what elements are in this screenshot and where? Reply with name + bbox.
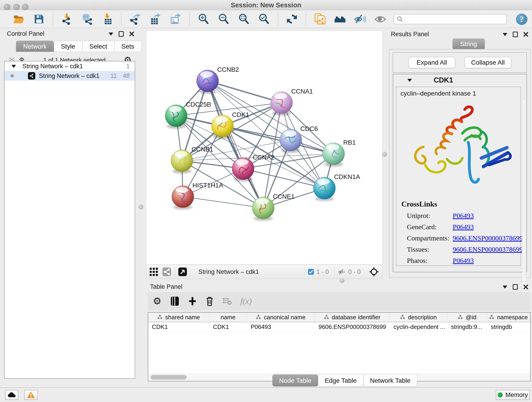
export-network-icon xyxy=(129,13,141,25)
tab-style[interactable]: Style xyxy=(54,41,82,52)
open-session-button[interactable] xyxy=(12,12,25,26)
right-splitter[interactable] xyxy=(382,28,387,279)
splitter-grip[interactable] xyxy=(382,152,387,157)
tab-select[interactable]: Select xyxy=(82,41,114,52)
import-network-from-database-button[interactable] xyxy=(80,12,94,26)
window-zoom-button[interactable] xyxy=(22,4,28,10)
crosslink-value-link[interactable]: P06493 xyxy=(453,257,474,264)
table-panel-title: Table Panel xyxy=(150,283,182,290)
memory-button[interactable]: Memory xyxy=(496,390,530,400)
node-label-RB1: RB1 xyxy=(343,139,355,146)
network-collection-row[interactable]: String Network – cdk1 1 xyxy=(5,61,135,71)
open-view-icon[interactable] xyxy=(178,267,187,276)
column-header-name[interactable]: name xyxy=(209,313,247,322)
refresh-layout-button[interactable] xyxy=(285,12,298,26)
table-cell[interactable]: 9606.ENSP00000378699 xyxy=(315,322,390,332)
hidden-count: 0 - 0 xyxy=(348,268,361,275)
control-panel-float-icon[interactable] xyxy=(119,31,124,37)
collapse-all-button[interactable]: Collapse All xyxy=(464,57,511,68)
tab-node-table[interactable]: Node Table xyxy=(272,375,318,386)
show-eye-button[interactable] xyxy=(374,12,387,26)
table-options-gear-icon[interactable]: ⚙ xyxy=(153,296,162,306)
table-panel-float-icon[interactable] xyxy=(513,284,518,290)
network-row-selected[interactable]: String Network – cdk1 11 48 xyxy=(5,71,135,81)
cdk1-entry-header[interactable]: CDK1 xyxy=(393,74,526,86)
delete-table-icon[interactable] xyxy=(222,297,232,305)
string-settings-icon[interactable] xyxy=(162,267,171,276)
tab-string-results[interactable]: String xyxy=(452,38,485,50)
table-cell[interactable]: cyclin-dependent ... xyxy=(390,322,447,332)
search-input[interactable] xyxy=(405,16,506,23)
table-cell[interactable]: CDK1 xyxy=(209,322,247,332)
splitter-grip[interactable] xyxy=(138,204,143,210)
delete-trash-icon[interactable] xyxy=(206,296,214,306)
crosslink-value-link[interactable]: P06493 xyxy=(453,223,474,231)
control-panel-menu-icon[interactable] xyxy=(109,32,113,36)
cloud-status-button[interactable] xyxy=(5,390,18,400)
collection-count: 1 xyxy=(126,63,130,70)
table-cell[interactable]: CDK1 xyxy=(148,322,209,332)
zoom-fit-button[interactable] xyxy=(237,12,250,26)
table-cell[interactable]: stringdb xyxy=(487,322,530,332)
help-button[interactable]: ? xyxy=(516,13,527,25)
crosslink-value-link[interactable]: P06493 xyxy=(453,212,474,220)
export-network-button[interactable] xyxy=(128,12,142,26)
window-minimize-button[interactable] xyxy=(13,4,20,10)
export-table-button[interactable] xyxy=(149,12,162,26)
edge-HIST1H1A-CCNE1[interactable] xyxy=(183,197,263,208)
hidden-eye-slash-icon[interactable] xyxy=(338,268,346,276)
birdseye-grid-icon[interactable] xyxy=(149,268,158,276)
zoom-selected-button[interactable] xyxy=(257,12,271,26)
results-panel-menu-icon[interactable] xyxy=(503,33,507,36)
edge-CCNA2-CDKN1A[interactable] xyxy=(243,169,324,188)
function-builder-icon[interactable]: f(x) xyxy=(240,296,252,306)
table-cell[interactable]: P06493 xyxy=(247,322,315,332)
crosslink-value-link[interactable]: 9606.ENSP00000378699 xyxy=(453,234,523,242)
crosshair-icon[interactable] xyxy=(369,267,379,277)
table-panel-close-icon[interactable] xyxy=(523,284,528,289)
column-header-canonical-name[interactable]: canonical name xyxy=(247,313,315,322)
left-splitter[interactable] xyxy=(137,28,146,382)
node-label-CCNE1: CCNE1 xyxy=(273,193,295,200)
results-panel-close-icon[interactable] xyxy=(523,32,528,37)
tab-edge-table[interactable]: Edge Table xyxy=(318,375,363,386)
column-header-namespace[interactable]: namespace xyxy=(487,313,530,322)
entry-collapse-icon[interactable] xyxy=(407,79,412,82)
horizontal-splitter[interactable] xyxy=(146,279,532,282)
warning-icon xyxy=(27,391,35,399)
results-panel-float-icon[interactable] xyxy=(513,32,518,37)
toolbar-separator xyxy=(189,13,190,26)
zoom-out-button[interactable] xyxy=(217,12,230,26)
warnings-button[interactable] xyxy=(24,390,38,400)
column-header-database-identifier[interactable]: database identifier xyxy=(315,313,390,322)
hide-glass-effect-button[interactable] xyxy=(354,12,367,26)
save-session-button[interactable] xyxy=(32,12,46,26)
table-panel-menu-icon[interactable] xyxy=(503,286,507,288)
edge-CCNB2-CCNA1[interactable] xyxy=(208,81,282,103)
column-header-description[interactable]: description xyxy=(390,313,447,322)
node-table-row[interactable]: CDK1CDK1P064939606.ENSP00000378699cyclin… xyxy=(148,322,530,332)
home-networks-button[interactable] xyxy=(333,12,347,26)
scrollbar-thumb[interactable] xyxy=(151,375,187,380)
import-network-button[interactable] xyxy=(60,12,74,26)
collection-expand-icon[interactable] xyxy=(12,65,16,68)
selected-checkbox-icon[interactable] xyxy=(308,269,314,275)
zoom-in-button[interactable] xyxy=(197,12,210,26)
export-image-button[interactable] xyxy=(169,12,182,26)
import-table-button[interactable] xyxy=(101,12,114,26)
tab-network[interactable]: Network xyxy=(16,41,54,52)
results-scrollbar[interactable] xyxy=(522,99,526,296)
column-header--id[interactable]: @id xyxy=(447,313,487,322)
crosslink-value-link[interactable]: 9606.ENSP00000378699 xyxy=(453,245,523,253)
expand-all-button[interactable]: Expand All xyxy=(408,57,455,68)
table-cell[interactable]: stringdb:9... xyxy=(447,322,487,332)
string-protein-query-button[interactable] xyxy=(313,12,326,26)
network-graph[interactable]: CCNB2CCNA1CDC25BCDK1CDC6RB1CCNB1CCNA2CDK… xyxy=(146,31,382,264)
control-panel-close-icon[interactable] xyxy=(129,32,134,36)
window-close-button[interactable] xyxy=(4,4,10,10)
tab-network-table[interactable]: Network Table xyxy=(363,375,417,386)
add-column-icon[interactable] xyxy=(188,297,197,306)
network-view-canvas[interactable]: CCNB2CCNA1CDC25BCDK1CDC6RB1CCNB1CCNA2CDK… xyxy=(146,31,382,265)
show-columns-icon[interactable] xyxy=(170,296,179,306)
column-header-shared-name[interactable]: shared name xyxy=(148,313,209,322)
